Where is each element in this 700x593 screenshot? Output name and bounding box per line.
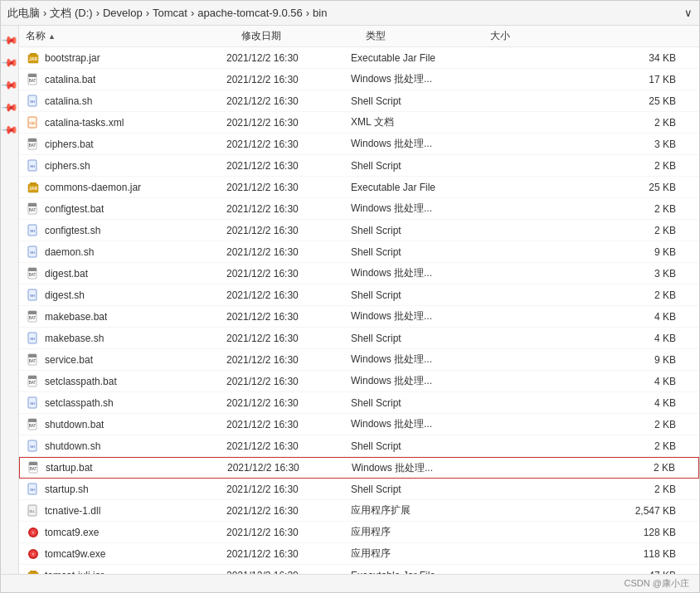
svg-rect-1 — [30, 53, 36, 56]
file-icon-bat: BAT — [26, 309, 41, 324]
table-row[interactable]: BAT startup.bat 2021/12/2 16:30 Windows … — [19, 457, 699, 479]
file-type: Shell Script — [351, 289, 475, 301]
file-icon-sh: SH — [26, 158, 41, 173]
file-name-text: configtest.sh — [45, 225, 100, 236]
file-name-cell: BAT digest.bat — [26, 266, 226, 281]
file-type: Windows 批处理... — [352, 461, 476, 475]
file-size: 4 KB — [475, 376, 693, 387]
table-row[interactable]: JAR tomcat-juli.jar 2021/12/2 16:30 Exec… — [19, 565, 699, 574]
file-type: Shell Script — [351, 246, 475, 258]
file-name-text: makebase.bat — [45, 311, 107, 323]
col-header-type[interactable]: 类型 — [366, 29, 490, 43]
file-name-text: ciphers.bat — [45, 139, 94, 150]
breadcrumb-computer[interactable]: 此电脑 — [7, 6, 40, 21]
table-row[interactable]: JAR commons-daemon.jar 2021/12/2 16:30 E… — [19, 177, 699, 198]
file-name-text: bootstrap.jar — [45, 52, 100, 64]
breadcrumb-expand-icon[interactable]: ∨ — [684, 7, 693, 19]
svg-text:SH: SH — [30, 294, 35, 298]
table-row[interactable]: JAR bootstrap.jar 2021/12/2 16:30 Execut… — [19, 47, 699, 69]
breadcrumb-drive[interactable]: 文档 (D:) — [50, 6, 92, 21]
file-date: 2021/12/2 16:30 — [226, 182, 351, 193]
table-row[interactable]: BAT service.bat 2021/12/2 16:30 Windows … — [19, 349, 699, 371]
file-name-text: tomcat9w.exe — [45, 548, 105, 560]
table-row[interactable]: SH shutdown.sh 2021/12/2 16:30 Shell Scr… — [19, 435, 699, 457]
table-row[interactable]: SH catalina.sh 2021/12/2 16:30 Shell Scr… — [19, 90, 699, 112]
file-size: 4 KB — [475, 397, 693, 409]
table-row[interactable]: SH digest.sh 2021/12/2 16:30 Shell Scrip… — [19, 284, 699, 306]
file-date: 2021/12/2 16:30 — [226, 419, 351, 430]
table-row[interactable]: T tomcat9.exe 2021/12/2 16:30 应用程序 128 K… — [19, 522, 699, 543]
file-type: Windows 批处理... — [351, 72, 475, 86]
file-icon-sh: SH — [26, 223, 41, 238]
table-row[interactable]: SH ciphers.sh 2021/12/2 16:30 Shell Scri… — [19, 155, 699, 177]
table-row[interactable]: XML catalina-tasks.xml 2021/12/2 16:30 X… — [19, 112, 699, 134]
breadcrumb-sep-4: › — [191, 7, 194, 19]
table-row[interactable]: SH daemon.sh 2021/12/2 16:30 Shell Scrip… — [19, 241, 699, 263]
table-row[interactable]: BAT configtest.bat 2021/12/2 16:30 Windo… — [19, 198, 699, 220]
file-type: 应用程序 — [351, 525, 475, 539]
file-size: 2 KB — [475, 289, 693, 301]
breadcrumb-sep-2: › — [96, 7, 100, 19]
table-row[interactable]: SH setclasspath.sh 2021/12/2 16:30 Shell… — [19, 392, 699, 414]
svg-rect-31 — [28, 311, 36, 314]
file-type: Windows 批处理... — [351, 202, 475, 216]
file-type: 应用程序扩展 — [351, 503, 475, 518]
col-header-date[interactable]: 修改日期 — [241, 29, 366, 43]
breadcrumb-sep-5: › — [306, 7, 309, 19]
col-header-size[interactable]: 大小 — [490, 29, 693, 43]
svg-text:BAT: BAT — [29, 79, 36, 83]
file-name-text: catalina.bat — [45, 74, 95, 85]
table-row[interactable]: T tomcat9w.exe 2021/12/2 16:30 应用程序 118 … — [19, 543, 699, 565]
file-name-cell: BAT ciphers.bat — [26, 137, 226, 152]
table-row[interactable]: BAT digest.bat 2021/12/2 16:30 Windows 批… — [19, 263, 699, 284]
file-name-cell: SH makebase.sh — [26, 331, 226, 346]
pin-icon-2[interactable]: 📌 — [1, 54, 18, 72]
pin-icon-3[interactable]: 📌 — [1, 76, 18, 95]
file-size: 2 KB — [475, 484, 693, 495]
table-row[interactable]: SH startup.sh 2021/12/2 16:30 Shell Scri… — [19, 479, 699, 500]
table-row[interactable]: BAT shutdown.bat 2021/12/2 16:30 Windows… — [19, 414, 699, 435]
table-row[interactable]: SH makebase.sh 2021/12/2 16:30 Shell Scr… — [19, 328, 699, 349]
file-size: 17 KB — [475, 74, 693, 85]
table-row[interactable]: BAT setclasspath.bat 2021/12/2 16:30 Win… — [19, 371, 699, 392]
file-name-cell: SH catalina.sh — [26, 94, 226, 109]
svg-rect-62 — [30, 571, 36, 573]
breadcrumb-apache[interactable]: apache-tomcat-9.0.56 — [197, 7, 302, 19]
file-date: 2021/12/2 16:30 — [226, 268, 351, 279]
file-date: 2021/12/2 16:30 — [226, 117, 351, 129]
pin-icon-4[interactable]: 📌 — [1, 99, 18, 117]
breadcrumb-sep-1: › — [43, 7, 46, 19]
svg-text:SH: SH — [30, 445, 35, 449]
table-row[interactable]: BAT ciphers.bat 2021/12/2 16:30 Windows … — [19, 134, 699, 155]
file-name-cell: BAT catalina.bat — [26, 72, 226, 87]
file-size: 25 KB — [475, 182, 693, 193]
svg-text:SH: SH — [30, 401, 35, 406]
pin-icon-5[interactable]: 📌 — [1, 121, 18, 139]
file-name-cell: SH shutdown.sh — [26, 439, 226, 454]
svg-rect-44 — [28, 419, 36, 422]
table-row[interactable]: SH configtest.sh 2021/12/2 16:30 Shell S… — [19, 220, 699, 241]
svg-text:XML: XML — [29, 122, 36, 125]
pin-icon-1[interactable]: 📌 — [1, 32, 18, 50]
file-type: Executable Jar File — [351, 182, 475, 193]
table-row[interactable]: DLL tcnative-1.dll 2021/12/2 16:30 应用程序扩… — [19, 500, 699, 522]
breadcrumb-develop[interactable]: Develop — [103, 7, 143, 19]
file-name-text: digest.sh — [45, 289, 85, 301]
file-type: Shell Script — [351, 160, 475, 172]
table-row[interactable]: BAT catalina.bat 2021/12/2 16:30 Windows… — [19, 69, 699, 90]
file-icon-jar: JAR — [26, 51, 41, 66]
table-row[interactable]: BAT makebase.bat 2021/12/2 16:30 Windows… — [19, 306, 699, 328]
file-size: 2 KB — [475, 203, 693, 215]
file-icon-sh: SH — [26, 94, 41, 109]
col-header-name[interactable]: 名称 ▲ — [26, 29, 241, 43]
file-type: Shell Script — [351, 333, 475, 344]
file-date: 2021/12/2 16:30 — [226, 484, 351, 495]
file-size: 9 KB — [475, 354, 693, 366]
file-name-cell: T tomcat9.exe — [26, 525, 226, 540]
file-name-text: tcnative-1.dll — [45, 505, 100, 517]
svg-text:SH: SH — [30, 337, 35, 341]
file-type: XML 文档 — [351, 115, 475, 129]
breadcrumb-bin: bin — [313, 7, 327, 19]
svg-rect-19 — [28, 203, 36, 207]
breadcrumb-tomcat[interactable]: Tomcat — [153, 7, 187, 19]
